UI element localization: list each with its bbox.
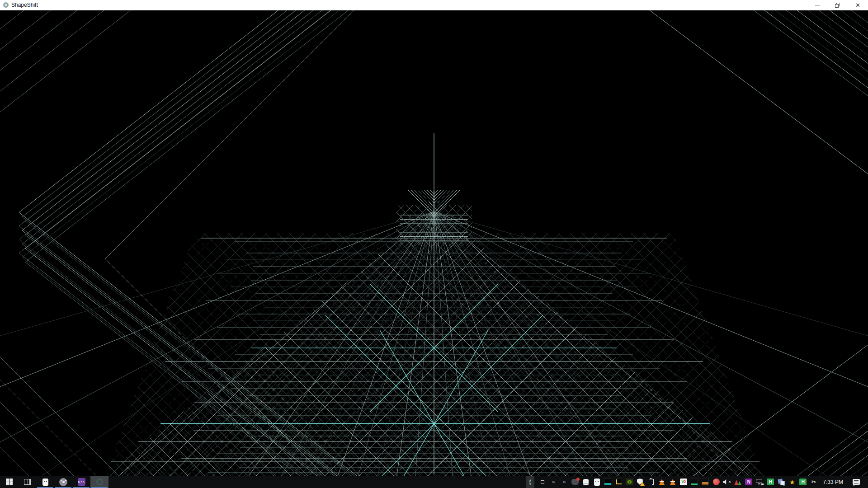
tray-database-icon[interactable]	[581, 476, 590, 488]
tray-overflow-chevron-1[interactable]: »	[549, 476, 558, 488]
close-icon: ✕	[855, 2, 860, 8]
restore-icon	[835, 3, 840, 8]
tray-teal-window-icon-glyph	[604, 479, 611, 485]
taskbar-app-shapeshift-glyph	[96, 479, 103, 485]
tray-ollama-icon-glyph	[594, 479, 600, 486]
taskbar-app-ollama[interactable]	[36, 476, 54, 488]
taskbar-app-terminal-glyph: C:\	[78, 478, 85, 486]
taskbar-app-paw-glyph	[59, 478, 67, 486]
tray-audio-red-icon-glyph	[713, 479, 720, 485]
shapeshift-app-icon	[3, 2, 9, 8]
tray-volume-muted-icon[interactable]: ×	[722, 476, 731, 488]
window-title: ShapeShift	[11, 0, 38, 10]
taskbar-app-paw[interactable]	[54, 476, 72, 488]
tray-window-icon[interactable]	[538, 476, 547, 488]
minimize-icon	[815, 5, 820, 5]
tray-vnc-icon[interactable]: V2	[679, 476, 688, 488]
tray-hwinfo-icon-2-glyph: H	[799, 479, 807, 485]
action-center-icon	[853, 479, 860, 485]
tray-updown-arrows-icon-glyph	[734, 479, 741, 485]
tray-hwinfo-icon[interactable]: H	[766, 476, 775, 488]
tray-overflow-chevron-1-glyph: »	[552, 479, 555, 484]
tray-cards-icon[interactable]	[777, 476, 786, 488]
start-button[interactable]	[0, 476, 18, 488]
tray-nvidia-icon-glyph	[626, 479, 633, 485]
tray-discord-icon[interactable]	[571, 476, 580, 488]
tray-green-bar-icon[interactable]	[690, 476, 699, 488]
tray-overflow-chevron-2[interactable]: »	[560, 476, 569, 488]
tray-usb-eject-icon[interactable]: ✓	[646, 476, 656, 488]
tray-network-display-icon-glyph	[756, 479, 763, 485]
taskbar-app-shapeshift[interactable]	[90, 476, 108, 488]
titlebar: ShapeShift ✕	[0, 0, 868, 10]
taskbar-left: C:\	[0, 476, 108, 488]
tray-discord-icon-glyph	[571, 479, 579, 485]
tray-expand-chevrons[interactable]: ∧∨	[526, 476, 534, 488]
minimize-button[interactable]	[807, 0, 827, 10]
tray-orange-bars-icon[interactable]	[701, 476, 710, 488]
tray-green-bar-icon-glyph	[691, 479, 698, 485]
line-art	[0, 10, 868, 476]
tray-volume-muted-icon-glyph: ×	[723, 479, 731, 485]
tray-chart-axes-icon[interactable]	[614, 476, 623, 488]
taskbar-app-ollama-glyph	[42, 479, 48, 486]
tray-network-display-icon[interactable]	[755, 476, 764, 488]
tray-onenote-icon[interactable]: N	[744, 476, 753, 488]
tray-onenote-icon-glyph: N	[745, 479, 752, 485]
tray-ollama-icon[interactable]	[592, 476, 601, 488]
task-view-icon	[24, 479, 31, 485]
tray-star-icon-glyph: ★	[789, 479, 795, 485]
taskbar-empty-area	[108, 476, 526, 488]
tray-database-icon-glyph	[583, 479, 589, 485]
action-center-button[interactable]	[848, 479, 865, 485]
restore-button[interactable]	[827, 0, 848, 10]
taskbar-clock[interactable]: 7:33 PM	[819, 479, 848, 485]
tray-cone-icon-2[interactable]	[668, 476, 677, 488]
tray-defender-warning-icon[interactable]	[636, 476, 645, 488]
tray-cards-icon-glyph	[778, 479, 785, 485]
close-button[interactable]: ✕	[848, 0, 868, 10]
show-desktop-button[interactable]	[865, 476, 868, 488]
taskbar-app-terminal[interactable]: C:\	[72, 476, 90, 488]
tray-usb-eject-icon-glyph: ✓	[649, 479, 654, 485]
shapeshift-canvas[interactable]	[0, 10, 868, 476]
tray-hwinfo-icon-glyph: H	[767, 479, 774, 485]
tray-vnc-icon-glyph: V2	[680, 479, 687, 485]
tray-hwinfo-icon-2[interactable]: H	[798, 476, 807, 488]
tray-teal-window-icon[interactable]	[603, 476, 612, 488]
tray-chart-axes-icon-glyph	[615, 479, 622, 485]
tray-cone-icon-2-glyph	[670, 479, 675, 485]
tray-updown-arrows-icon[interactable]	[733, 476, 742, 488]
tray-audio-red-icon[interactable]	[712, 476, 721, 488]
taskbar-right: ∧∨ »»✓V2×NH★H✂ 7:33 PM	[526, 476, 868, 488]
tray-nvidia-icon[interactable]	[625, 476, 634, 488]
windows-logo-icon	[6, 479, 13, 485]
tray-orange-bars-icon-glyph	[702, 479, 709, 485]
desktop-screen: ShapeShift ✕ C:\ ∧∨ »»✓V2×NH★H✂ 7:33 PM	[0, 0, 868, 488]
tray-overflow-chevron-2-glyph: »	[563, 479, 566, 484]
tray-star-icon[interactable]: ★	[788, 476, 797, 488]
tray-snip-icon-glyph: ✂	[811, 479, 816, 485]
tray-window-icon-glyph	[541, 480, 544, 484]
tray-vlc-cone-icon-glyph	[659, 479, 665, 485]
taskbar: C:\ ∧∨ »»✓V2×NH★H✂ 7:33 PM	[0, 476, 868, 488]
tray-vlc-cone-icon[interactable]	[657, 476, 666, 488]
tray-snip-icon[interactable]: ✂	[809, 476, 818, 488]
task-view-button[interactable]	[18, 476, 36, 488]
tray-defender-warning-icon-glyph	[637, 479, 644, 485]
